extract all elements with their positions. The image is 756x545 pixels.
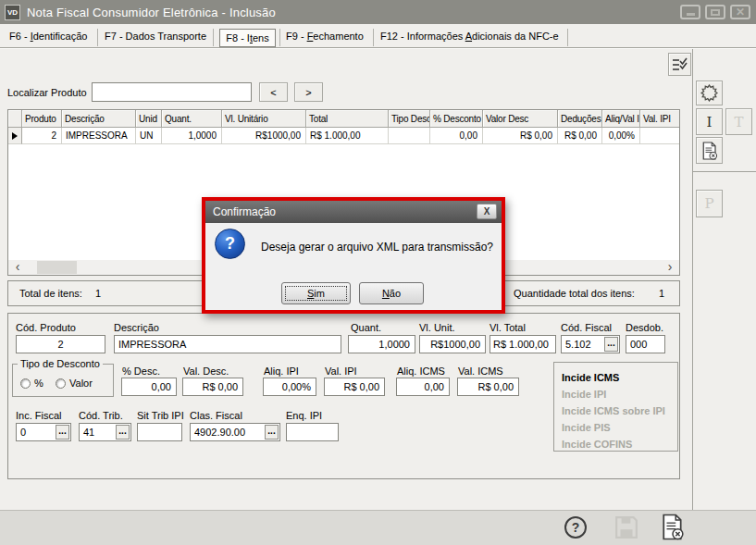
aliq-icms-label: Aliq. ICMS: [397, 365, 445, 377]
grid-cell[interactable]: UN: [136, 128, 162, 144]
cancel-document-button[interactable]: [661, 514, 685, 542]
tab-separator: [373, 29, 374, 46]
help-button[interactable]: ?: [564, 516, 587, 539]
descricao-field[interactable]: IMPRESSORA: [114, 335, 341, 353]
vl-unit-field[interactable]: R$1000,00: [419, 335, 486, 353]
tab-f8-itens[interactable]: F8 - Itens: [219, 29, 276, 47]
quant-field[interactable]: 1,0000: [348, 335, 415, 353]
nao-button[interactable]: Não: [359, 282, 424, 304]
grid-col-header[interactable]: Tipo Desc.: [389, 110, 430, 128]
dialog-titlebar: Confirmação X: [205, 201, 502, 223]
grid-cell[interactable]: 0,00%: [602, 128, 640, 144]
grid-col-header[interactable]: Quant.: [162, 110, 222, 128]
next-button[interactable]: >: [294, 82, 323, 102]
grid-col-header[interactable]: Total: [306, 110, 389, 128]
tab-separator: [279, 29, 280, 46]
aliq-ipi-label: Aliq. IPI: [264, 365, 299, 377]
prev-button[interactable]: <: [259, 82, 288, 102]
grid-cell[interactable]: [8, 128, 22, 144]
grid-col-header[interactable]: % Desconto: [430, 110, 483, 128]
desdob-field[interactable]: 000: [626, 335, 665, 353]
grid-cell[interactable]: [389, 128, 430, 144]
minimize-icon: [687, 13, 695, 16]
grid-data-row[interactable]: 2IMPRESSORAUN1,0000R$1000,00R$ 1.000,000…: [8, 128, 679, 144]
incide-ipi: Incide IPI: [562, 386, 677, 403]
tab-f6-identificacao[interactable]: F6 - Identificação: [9, 31, 87, 45]
cod-trib-field[interactable]: 41...: [79, 423, 131, 441]
radio-valor[interactable]: Valor: [56, 378, 93, 389]
help-icon: ?: [572, 520, 580, 535]
vl-unit-label: Vl. Unit.: [419, 322, 455, 333]
clas-fiscal-lookup-button[interactable]: ...: [265, 425, 279, 440]
item-button[interactable]: I: [696, 108, 723, 135]
aliq-ipi-field[interactable]: 0,00%: [263, 378, 316, 396]
text-button[interactable]: T: [725, 108, 752, 135]
letter-t-icon: T: [734, 114, 743, 130]
grid-col-header[interactable]: Aliq/Val IP: [602, 110, 640, 128]
total-itens-value: 1: [95, 288, 101, 299]
right-rail-hline: [693, 171, 756, 172]
grid-cell[interactable]: R$ 0,00: [483, 128, 558, 144]
bottom-bar: [0, 510, 756, 545]
quantidade-total-label: Quantidade total dos itens:: [514, 288, 635, 299]
grid-cell[interactable]: 2: [22, 128, 62, 144]
promotion-button[interactable]: [696, 81, 723, 105]
val-icms-field[interactable]: R$ 0,00: [457, 378, 519, 396]
val-ipi-field[interactable]: R$ 0,00: [324, 378, 385, 396]
grid-cell[interactable]: IMPRESSORA: [62, 128, 136, 144]
scroll-left-icon[interactable]: ‹: [10, 260, 25, 275]
localizar-produto-input[interactable]: [92, 82, 252, 102]
close-button[interactable]: ✕: [730, 5, 750, 19]
cancel-item-button[interactable]: [696, 137, 723, 164]
cod-trib-lookup-button[interactable]: ...: [116, 425, 130, 440]
cod-fiscal-lookup-button[interactable]: ...: [604, 337, 618, 352]
grid-col-header[interactable]: Produto: [22, 110, 62, 128]
grid-col-header[interactable]: [8, 110, 22, 128]
grid-cell[interactable]: R$ 1.000,00: [306, 128, 389, 144]
inc-fiscal-field[interactable]: 0...: [16, 423, 71, 441]
dialog-message: Deseja gerar o arquivo XML para transmis…: [261, 241, 493, 254]
maximize-button[interactable]: [705, 5, 725, 19]
radio-percent-icon: [20, 378, 31, 389]
apply-items-button[interactable]: [668, 53, 691, 76]
grid-cell[interactable]: [640, 128, 680, 144]
dialog-close-button[interactable]: X: [477, 204, 497, 219]
grid-col-header[interactable]: Val. IPI: [640, 110, 680, 128]
grid-col-header[interactable]: Deduções Pe: [558, 110, 602, 128]
sit-trib-ipi-field[interactable]: [137, 423, 182, 441]
save-button[interactable]: [614, 515, 638, 541]
grid-col-header[interactable]: Valor Desc: [483, 110, 558, 128]
enq-ipi-field[interactable]: [286, 423, 339, 441]
minimize-button[interactable]: [680, 5, 700, 19]
sim-button[interactable]: Sim: [281, 282, 351, 304]
radio-percent[interactable]: %: [20, 378, 43, 389]
aliq-icms-field[interactable]: 0,00: [396, 378, 450, 396]
pct-desc-field[interactable]: 0,00: [121, 378, 177, 396]
val-desc-field[interactable]: R$ 0,00: [182, 378, 243, 396]
cod-trib-label: Cód. Trib.: [79, 410, 123, 421]
grid-cell[interactable]: R$1000,00: [222, 128, 306, 144]
grid-col-header[interactable]: Unid: [136, 110, 162, 128]
titlebar: VD Nota Fiscal Consumidor Eletrônica - I…: [0, 0, 756, 24]
tab-f9-fechamento[interactable]: F9 - Fechamento: [286, 31, 364, 45]
grid-col-header[interactable]: Vl. Unitário: [222, 110, 306, 128]
scroll-thumb[interactable]: [37, 261, 77, 274]
cod-produto-field[interactable]: 2: [16, 335, 105, 353]
clas-fiscal-field[interactable]: 4902.90.00...: [190, 423, 280, 441]
checklist-icon: [672, 57, 688, 71]
cod-fiscal-field[interactable]: 5.102...: [561, 335, 620, 353]
grid-cell[interactable]: 0,00: [430, 128, 483, 144]
radio-valor-icon: [56, 378, 66, 389]
tab-f7-dados-transporte[interactable]: F7 - Dados Transporte: [105, 31, 206, 45]
vl-total-field[interactable]: R$ 1.000,00: [490, 335, 556, 353]
scroll-right-icon[interactable]: ›: [663, 260, 677, 275]
grid-cell[interactable]: 1,0000: [162, 128, 222, 144]
grid-cell[interactable]: R$ 0,00: [558, 128, 602, 144]
grid-col-header[interactable]: Descrição: [62, 110, 136, 128]
letter-p-icon: P: [704, 195, 713, 212]
inc-fiscal-lookup-button[interactable]: ...: [56, 425, 69, 440]
tab-f12-informacoes-adicionais[interactable]: F12 - Informações Adicionais da NFC-e: [380, 31, 559, 45]
print-button[interactable]: P: [696, 190, 723, 217]
dialog-close-icon: X: [484, 206, 490, 217]
incide-pis: Incide PIS: [562, 419, 677, 436]
